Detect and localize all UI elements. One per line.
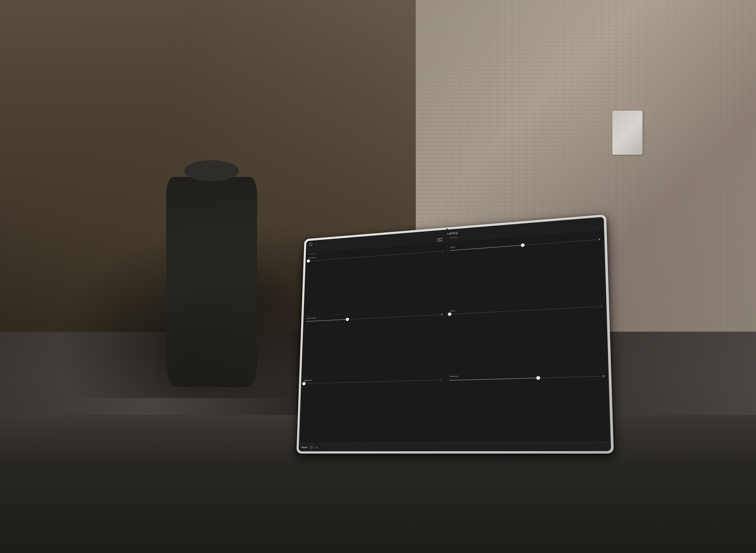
- home-icon[interactable]: [309, 242, 313, 246]
- controls-grid: Overhead 0: [299, 233, 611, 443]
- ceiling-fan-thumb[interactable]: 2: [536, 376, 540, 380]
- tab-lights[interactable]: Lights: [437, 237, 443, 241]
- svg-point-3: [601, 305, 602, 307]
- control-lamps: Lamps 51: [447, 233, 606, 309]
- room-icon[interactable]: [309, 445, 314, 450]
- svg-rect-5: [310, 446, 312, 448]
- control-night-light: Night Light 0: [299, 374, 447, 443]
- svg-point-2: [441, 313, 443, 315]
- night-light-bulb-icon: [440, 378, 443, 382]
- back-icon[interactable]: ‹: [315, 242, 317, 246]
- all-label[interactable]: All: [315, 446, 318, 448]
- control-overhead: Overhead 0: [304, 245, 447, 316]
- french-press-silhouette: [166, 177, 257, 387]
- tablet-wrapper: ‹ Lighting Lights Scenes BEDROOM Overhea: [296, 214, 614, 453]
- overhead-thumb[interactable]: 0: [307, 259, 310, 263]
- closet-thumb[interactable]: 0: [448, 312, 452, 316]
- accent-bulb-icon: [440, 313, 443, 316]
- night-light-thumb[interactable]: 0: [302, 382, 305, 385]
- app-footer: Room All: [299, 442, 611, 451]
- room-label: Room: [302, 446, 307, 448]
- scene: ‹ Lighting Lights Scenes BEDROOM Overhea: [0, 0, 756, 553]
- control-closet: Closet 0: [447, 300, 609, 374]
- fan-icon: ✳: [602, 374, 605, 379]
- control-ceiling-fan: Ceiling Fan 2 ✳: [446, 369, 611, 442]
- lamps-thumb[interactable]: 51: [521, 243, 525, 247]
- svg-point-1: [599, 238, 600, 240]
- wall-switch: [612, 111, 643, 155]
- control-accent: Accent Lights 32: [301, 309, 447, 378]
- accent-thumb[interactable]: 32: [346, 318, 349, 321]
- app-body: BEDROOM Overhead 0: [299, 229, 611, 443]
- closet-bulb-icon: [600, 305, 603, 308]
- overhead-bulb-icon: [441, 249, 444, 253]
- tablet-screen: ‹ Lighting Lights Scenes BEDROOM Overhea: [299, 217, 611, 451]
- tablet-device: ‹ Lighting Lights Scenes BEDROOM Overhea: [296, 214, 614, 453]
- tab-scenes[interactable]: Scenes: [450, 236, 457, 240]
- svg-point-4: [441, 379, 442, 380]
- svg-point-0: [442, 250, 443, 251]
- lamps-bulb-icon: [598, 238, 601, 241]
